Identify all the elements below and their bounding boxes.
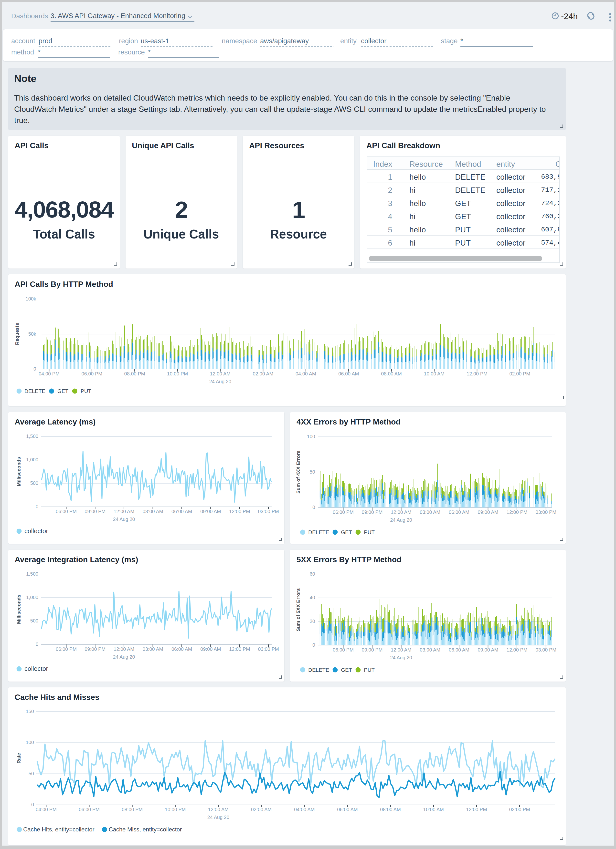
- svg-text:50k: 50k: [28, 331, 36, 337]
- svg-text:04:00 PM: 04:00 PM: [39, 371, 60, 377]
- svg-text:03:00 PM: 03:00 PM: [258, 646, 279, 652]
- svg-text:24 Aug 20: 24 Aug 20: [390, 655, 412, 660]
- svg-text:Milliseconds: Milliseconds: [16, 595, 21, 624]
- svg-text:10:00 PM: 10:00 PM: [165, 807, 186, 812]
- svg-text:12:00 AM: 12:00 AM: [113, 509, 134, 514]
- svg-text:09:00 AM: 09:00 AM: [200, 509, 221, 514]
- svg-text:06:00 AM: 06:00 AM: [449, 509, 470, 515]
- svg-text:03:00 PM: 03:00 PM: [535, 509, 556, 515]
- svg-text:06:00 AM: 06:00 AM: [337, 807, 358, 812]
- svg-text:20: 20: [310, 618, 315, 624]
- svg-text:40: 40: [310, 595, 315, 600]
- svg-text:24 Aug 20: 24 Aug 20: [209, 379, 231, 384]
- svg-text:0: 0: [33, 366, 36, 371]
- svg-text:PUT: PUT: [364, 529, 375, 535]
- svg-text:02:00 AM: 02:00 AM: [253, 371, 274, 377]
- svg-text:GET: GET: [341, 529, 352, 535]
- svg-text:12:00 AM: 12:00 AM: [113, 646, 134, 652]
- svg-text:0: 0: [36, 642, 38, 647]
- svg-text:08:00 AM: 08:00 AM: [381, 371, 402, 377]
- svg-text:06:00 PM: 06:00 PM: [79, 807, 100, 812]
- svg-text:06:00 AM: 06:00 AM: [172, 646, 192, 652]
- svg-text:50: 50: [28, 771, 34, 776]
- svg-text:02:00 PM: 02:00 PM: [509, 807, 530, 812]
- svg-text:03:00 AM: 03:00 AM: [420, 647, 441, 652]
- svg-text:1,000: 1,000: [26, 457, 38, 462]
- svg-text:12:00 AM: 12:00 AM: [391, 509, 412, 515]
- svg-text:100: 100: [26, 740, 34, 745]
- svg-text:Rate: Rate: [16, 753, 21, 763]
- svg-text:10:00 PM: 10:00 PM: [167, 371, 188, 377]
- svg-text:12:00 PM: 12:00 PM: [466, 807, 487, 812]
- svg-text:08:00 PM: 08:00 PM: [124, 371, 145, 377]
- svg-text:Milliseconds: Milliseconds: [16, 457, 21, 486]
- svg-text:50: 50: [310, 469, 315, 475]
- svg-text:09:00 PM: 09:00 PM: [85, 509, 106, 514]
- svg-text:500: 500: [30, 480, 38, 486]
- svg-text:12:00 AM: 12:00 AM: [208, 807, 229, 812]
- svg-text:Cache Hits, entity=collector: Cache Hits, entity=collector: [23, 826, 94, 833]
- svg-text:Sum of 5XX Errors: Sum of 5XX Errors: [295, 588, 301, 632]
- svg-text:DELETE: DELETE: [24, 388, 45, 394]
- svg-text:24 Aug 20: 24 Aug 20: [207, 815, 229, 820]
- svg-text:06:00 PM: 06:00 PM: [333, 647, 353, 652]
- svg-text:12:00 PM: 12:00 PM: [467, 371, 488, 377]
- svg-text:06:00 PM: 06:00 PM: [333, 509, 353, 515]
- svg-text:500: 500: [30, 618, 38, 623]
- svg-text:GET: GET: [341, 667, 352, 673]
- svg-text:10:00 AM: 10:00 AM: [423, 807, 444, 812]
- svg-text:06:00 AM: 06:00 AM: [338, 371, 359, 377]
- svg-text:10:00 AM: 10:00 AM: [424, 371, 445, 377]
- svg-text:12:00 AM: 12:00 AM: [391, 647, 412, 652]
- svg-text:Cache Miss, entity=collector: Cache Miss, entity=collector: [109, 826, 182, 833]
- svg-text:1,500: 1,500: [26, 433, 38, 439]
- svg-text:24 Aug 20: 24 Aug 20: [113, 517, 135, 522]
- svg-text:12:00 PM: 12:00 PM: [507, 509, 528, 515]
- svg-text:1,500: 1,500: [26, 571, 38, 576]
- svg-text:02:00 PM: 02:00 PM: [509, 371, 530, 377]
- svg-text:PUT: PUT: [81, 388, 91, 394]
- svg-text:1,000: 1,000: [26, 595, 38, 600]
- svg-text:12:00 PM: 12:00 PM: [229, 646, 250, 652]
- svg-text:06:00 PM: 06:00 PM: [56, 509, 77, 514]
- svg-text:03:00 AM: 03:00 AM: [143, 646, 163, 652]
- svg-text:100k: 100k: [25, 296, 36, 301]
- svg-text:Requests: Requests: [14, 323, 20, 345]
- svg-text:12:00 PM: 12:00 PM: [229, 509, 250, 514]
- svg-text:100: 100: [307, 434, 315, 439]
- svg-text:Sum of 4XX Errors: Sum of 4XX Errors: [295, 451, 301, 494]
- svg-text:12:00 PM: 12:00 PM: [507, 647, 528, 652]
- svg-text:09:00 AM: 09:00 AM: [478, 647, 498, 652]
- svg-text:03:00 PM: 03:00 PM: [258, 509, 279, 514]
- svg-text:04:00 AM: 04:00 AM: [295, 371, 316, 377]
- svg-text:09:00 AM: 09:00 AM: [200, 646, 221, 652]
- svg-text:PUT: PUT: [364, 667, 375, 673]
- svg-text:0: 0: [36, 504, 38, 509]
- svg-text:03:00 AM: 03:00 AM: [420, 509, 441, 515]
- svg-text:06:00 PM: 06:00 PM: [81, 371, 102, 377]
- svg-text:0: 0: [312, 642, 315, 648]
- svg-text:04:00 AM: 04:00 AM: [294, 807, 315, 812]
- svg-text:03:00 PM: 03:00 PM: [535, 647, 556, 652]
- svg-text:06:00 PM: 06:00 PM: [56, 646, 77, 652]
- svg-text:09:00 AM: 09:00 AM: [478, 509, 498, 515]
- svg-text:collector: collector: [24, 527, 48, 535]
- svg-text:08:00 PM: 08:00 PM: [122, 807, 143, 812]
- svg-text:24 Aug 20: 24 Aug 20: [113, 654, 135, 660]
- svg-text:04:00 PM: 04:00 PM: [36, 807, 57, 812]
- svg-text:150: 150: [26, 709, 34, 714]
- svg-text:02:00 AM: 02:00 AM: [251, 807, 272, 812]
- svg-text:09:00 PM: 09:00 PM: [362, 509, 383, 515]
- svg-text:0: 0: [312, 505, 315, 510]
- svg-text:60: 60: [310, 571, 315, 576]
- svg-text:06:00 AM: 06:00 AM: [449, 647, 470, 652]
- svg-text:collector: collector: [24, 665, 48, 672]
- svg-text:06:00 AM: 06:00 AM: [172, 509, 192, 514]
- svg-text:03:00 AM: 03:00 AM: [143, 509, 163, 514]
- svg-text:GET: GET: [57, 388, 69, 394]
- svg-text:DELETE: DELETE: [308, 667, 329, 673]
- svg-text:09:00 PM: 09:00 PM: [85, 646, 106, 652]
- svg-text:24 Aug 20: 24 Aug 20: [390, 517, 412, 523]
- svg-text:DELETE: DELETE: [308, 529, 329, 535]
- svg-text:0: 0: [31, 802, 34, 807]
